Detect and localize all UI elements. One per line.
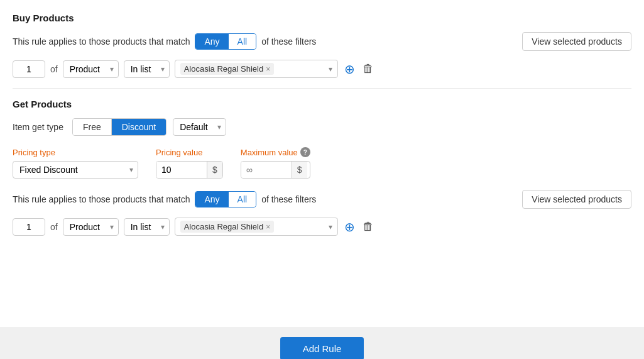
get-rule-text-suffix: of these filters	[261, 194, 316, 204]
default-select[interactable]: Default	[173, 118, 226, 136]
get-all-button[interactable]: All	[229, 192, 256, 207]
buy-inlist-select[interactable]: In list	[124, 60, 170, 78]
pricing-value-label: Pricing value	[156, 148, 223, 157]
item-get-type-label: Item get type	[13, 122, 63, 132]
buy-products-title: Buy Products	[13, 13, 631, 23]
pricing-value-input-group: $	[156, 161, 223, 179]
buy-add-icon: ⊕	[344, 62, 355, 77]
get-view-selected-button[interactable]: View selected products	[522, 190, 631, 209]
maximum-value-suffix: $	[292, 162, 307, 178]
maximum-value-input[interactable]	[241, 162, 292, 178]
buy-rule-text-suffix: of these filters	[261, 36, 316, 47]
maximum-value-field: Maximum value ? $	[241, 147, 310, 179]
buy-product-type-select[interactable]: Product	[63, 60, 119, 78]
discount-button[interactable]: Discount	[112, 119, 166, 135]
get-products-title: Get Products	[13, 99, 631, 109]
get-product-tag-close[interactable]: ×	[266, 223, 270, 231]
maximum-value-input-group: $	[241, 161, 310, 179]
buy-product-chevron-icon: ▾	[329, 65, 332, 74]
get-any-button[interactable]: Any	[195, 192, 228, 207]
get-delete-button[interactable]: 🗑	[361, 219, 375, 235]
buy-delete-button[interactable]: 🗑	[361, 61, 375, 77]
buy-product-tag-label: Alocasia Regal Shield	[184, 64, 263, 74]
get-product-select-box[interactable]: Alocasia Regal Shield × ▾	[175, 218, 338, 236]
buy-delete-icon: 🗑	[363, 62, 374, 75]
buy-product-tag-close[interactable]: ×	[266, 65, 270, 74]
default-wrapper[interactable]: Default	[173, 118, 226, 136]
buy-rule-text-prefix: This rule applies to those products that…	[13, 36, 190, 47]
maximum-value-info-icon: ?	[300, 147, 310, 157]
pricing-value-field: Pricing value $	[156, 148, 223, 179]
get-delete-icon: 🗑	[363, 220, 374, 233]
free-button[interactable]: Free	[73, 119, 112, 135]
maximum-value-label: Maximum value ?	[241, 147, 310, 157]
item-get-type-toggle[interactable]: Free Discount	[72, 118, 166, 136]
pricing-value-suffix: $	[207, 162, 222, 178]
get-inlist-select[interactable]: In list	[124, 218, 170, 236]
add-rule-button[interactable]: Add Rule	[280, 337, 364, 359]
section-divider-1	[13, 88, 631, 89]
get-of-label: of	[50, 222, 58, 232]
get-products-section: Get Products Item get type Free Discount…	[13, 99, 631, 236]
get-product-type-select[interactable]: Product	[63, 218, 119, 236]
get-product-chevron-icon: ▾	[329, 223, 332, 231]
get-add-icon: ⊕	[344, 219, 355, 235]
buy-any-button[interactable]: Any	[195, 34, 228, 49]
get-products-row: of Product In list Alocasia Regal Shield…	[13, 218, 631, 236]
get-product-tag-label: Alocasia Regal Shield	[184, 222, 263, 231]
get-quantity-input[interactable]	[13, 218, 45, 236]
get-inlist-wrapper[interactable]: In list	[124, 218, 170, 236]
buy-view-selected-button[interactable]: View selected products	[522, 32, 631, 51]
buy-products-row: of Product In list Alocasia Regal Shield…	[13, 60, 631, 78]
buy-any-all-toggle[interactable]: Any All	[195, 33, 256, 50]
pricing-type-field: Pricing type Fixed Discount	[13, 148, 138, 179]
get-rule-text-prefix: This rule applies to those products that…	[13, 194, 190, 204]
get-add-filter-button[interactable]: ⊕	[343, 218, 356, 236]
pricing-section: Pricing type Fixed Discount Pricing valu…	[13, 147, 631, 179]
buy-product-type-wrapper[interactable]: Product	[63, 60, 119, 78]
buy-products-section: Buy Products This rule applies to those …	[13, 13, 631, 78]
buy-product-tag: Alocasia Regal Shield ×	[180, 63, 274, 75]
buy-all-button[interactable]: All	[229, 34, 256, 49]
pricing-type-select[interactable]: Fixed Discount	[13, 161, 138, 179]
pricing-type-wrapper[interactable]: Fixed Discount	[13, 161, 138, 179]
item-get-type-row: Item get type Free Discount Default	[13, 118, 631, 136]
pricing-type-label: Pricing type	[13, 148, 138, 157]
footer: Add Rule	[0, 327, 644, 359]
buy-quantity-input[interactable]	[13, 60, 45, 78]
get-product-type-wrapper[interactable]: Product	[63, 218, 119, 236]
buy-inlist-wrapper[interactable]: In list	[124, 60, 170, 78]
buy-of-label: of	[50, 64, 58, 74]
get-products-filter-row: This rule applies to those products that…	[13, 190, 631, 209]
buy-add-filter-button[interactable]: ⊕	[343, 60, 356, 78]
get-any-all-toggle[interactable]: Any All	[195, 191, 256, 207]
pricing-value-input[interactable]	[156, 162, 207, 178]
get-product-tag: Alocasia Regal Shield ×	[180, 221, 274, 233]
buy-products-filter-row: This rule applies to those products that…	[13, 32, 631, 51]
buy-product-select-box[interactable]: Alocasia Regal Shield × ▾	[175, 60, 338, 78]
